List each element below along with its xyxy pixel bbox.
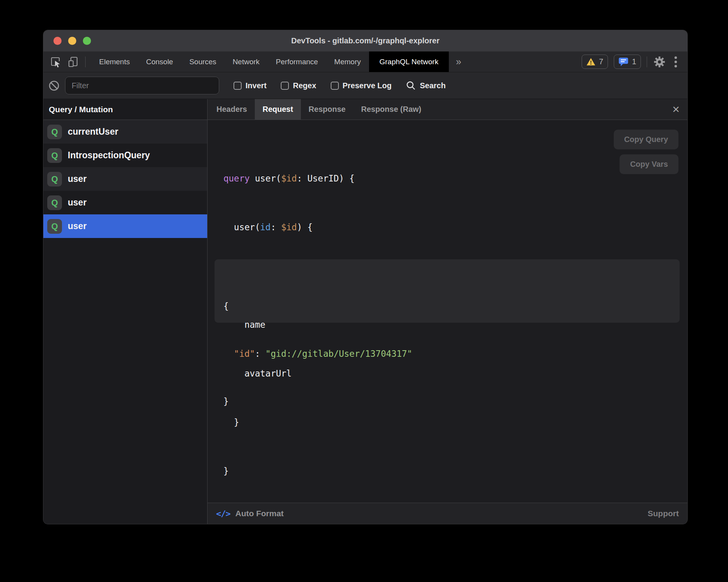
regex-label: Regex	[293, 81, 316, 90]
invert-label: Invert	[246, 81, 266, 90]
sidebar-header: Query / Mutation	[43, 99, 207, 120]
traffic-lights	[53, 37, 91, 45]
copy-query-button[interactable]: Copy Query	[614, 130, 678, 149]
auto-format-button[interactable]: Auto Format	[235, 509, 284, 518]
toolbar-divider	[647, 56, 647, 67]
invert-checkbox[interactable]	[234, 82, 242, 90]
inspect-element-icon[interactable]	[50, 56, 62, 68]
tab-request[interactable]: Request	[255, 99, 301, 120]
request-content: query user($id: UserID) { user(id: $id) …	[208, 120, 687, 503]
variables-line: {	[223, 298, 680, 314]
warning-count: 7	[599, 57, 603, 66]
regex-checkbox[interactable]	[281, 82, 289, 90]
device-toolbar-icon[interactable]	[67, 56, 80, 68]
query-list-sidebar: Query / Mutation Q currentUser Q Introsp…	[43, 99, 208, 524]
list-item-introspectionquery[interactable]: Q IntrospectionQuery	[43, 144, 207, 167]
code-format-icon: </>	[216, 509, 230, 519]
message-icon	[618, 57, 628, 67]
filter-bar: Invert Regex Preserve Log Search	[43, 72, 687, 99]
list-item-user-3-selected[interactable]: Q user	[43, 214, 207, 238]
warnings-badge[interactable]: 7	[582, 55, 608, 69]
tab-console[interactable]: Console	[138, 51, 181, 72]
support-link[interactable]: Support	[648, 509, 679, 518]
query-type-badge: Q	[47, 219, 62, 234]
tab-response-raw[interactable]: Response (Raw)	[353, 99, 429, 120]
tab-graphql-network[interactable]: GraphQL Network	[369, 51, 449, 72]
query-type-badge: Q	[47, 172, 62, 187]
close-detail-icon[interactable]: ×	[664, 99, 687, 120]
close-window-button[interactable]	[53, 37, 62, 45]
clear-filter-icon[interactable]	[48, 80, 60, 92]
list-item-label: user	[68, 197, 87, 208]
tab-memory[interactable]: Memory	[326, 51, 369, 72]
panel-tabs: Elements Console Sources Network Perform…	[91, 51, 468, 72]
list-item-label: IntrospectionQuery	[68, 150, 150, 161]
filter-input[interactable]	[65, 77, 219, 94]
more-tabs-icon[interactable]: »	[449, 51, 468, 72]
query-type-badge: Q	[47, 125, 62, 139]
query-type-badge: Q	[47, 148, 62, 163]
list-item-user-2[interactable]: Q user	[43, 191, 207, 214]
settings-gear-icon[interactable]	[653, 55, 666, 68]
search-label: Search	[420, 81, 446, 90]
devtools-window: DevTools - gitlab.com/-/graphql-explorer…	[43, 30, 687, 524]
query-type-badge: Q	[47, 195, 62, 210]
minimize-window-button[interactable]	[68, 37, 76, 45]
invert-checkbox-group: Invert	[234, 81, 266, 90]
toolbar-divider	[85, 56, 86, 67]
regex-checkbox-group: Regex	[281, 81, 316, 90]
tab-network[interactable]: Network	[225, 51, 268, 72]
preserve-log-checkbox[interactable]	[331, 82, 339, 90]
devtools-toolbar: Elements Console Sources Network Perform…	[43, 51, 687, 72]
search-icon	[406, 80, 416, 91]
tab-performance[interactable]: Performance	[268, 51, 326, 72]
code-line: }	[223, 463, 355, 479]
list-item-user-1[interactable]: Q user	[43, 167, 207, 191]
warning-icon	[586, 58, 596, 66]
preserve-log-label: Preserve Log	[343, 81, 392, 90]
copy-vars-button[interactable]: Copy Vars	[620, 154, 678, 174]
search-control[interactable]: Search	[406, 80, 446, 91]
tab-response[interactable]: Response	[301, 99, 354, 120]
message-count: 1	[632, 57, 636, 66]
detail-panel: Headers Request Response Response (Raw) …	[208, 99, 687, 524]
tab-sources[interactable]: Sources	[181, 51, 225, 72]
variables-line: }	[223, 394, 680, 409]
bottom-bar: </> Auto Format Support	[208, 503, 687, 524]
query-variables-box: { "id": "gid://gitlab/User/13704317" }	[215, 259, 680, 323]
preserve-log-checkbox-group: Preserve Log	[331, 81, 392, 90]
query-list: Q currentUser Q IntrospectionQuery Q use…	[43, 120, 207, 238]
tab-headers[interactable]: Headers	[209, 99, 255, 120]
window-title: DevTools - gitlab.com/-/graphql-explorer	[43, 36, 687, 45]
zoom-window-button[interactable]	[83, 37, 91, 45]
list-item-label: currentUser	[68, 127, 118, 137]
list-item-currentuser[interactable]: Q currentUser	[43, 120, 207, 144]
code-line: user(id: $id) {	[223, 219, 355, 235]
list-item-label: user	[68, 221, 87, 231]
detail-tab-strip: Headers Request Response Response (Raw) …	[208, 99, 687, 120]
tab-elements[interactable]: Elements	[91, 51, 138, 72]
list-item-label: user	[68, 174, 87, 184]
title-bar: DevTools - gitlab.com/-/graphql-explorer	[43, 30, 687, 51]
code-line: query user($id: UserID) {	[223, 170, 355, 187]
kebab-menu-icon[interactable]	[672, 56, 680, 68]
variables-line: "id": "gid://gitlab/User/13704317"	[223, 346, 680, 362]
issues-badge[interactable]: 1	[614, 55, 641, 69]
